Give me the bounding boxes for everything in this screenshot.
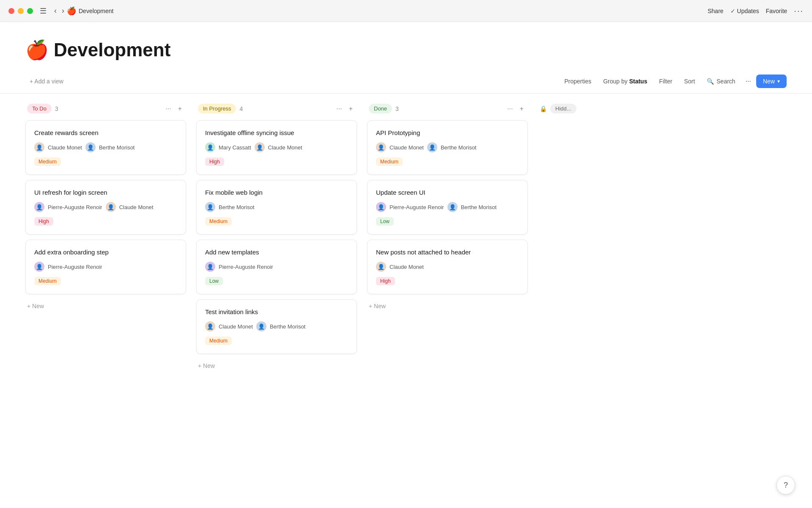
assignee-name: Pierre-Auguste Renoir — [390, 204, 444, 210]
column-more-button[interactable]: ··· — [334, 104, 344, 113]
assignee-name: Claude Monet — [48, 144, 82, 151]
add-new-card-button[interactable]: + New — [196, 359, 217, 373]
avatar: 👤 — [106, 202, 116, 212]
card-title: Add new templates — [205, 248, 348, 256]
check-icon: ✓ — [730, 8, 735, 14]
assignee-name: Berthe Morisot — [461, 204, 497, 210]
task-card[interactable]: New posts not attached to header👤Claude … — [367, 240, 528, 294]
task-card[interactable]: Investigate offline syncing issue👤Mary C… — [196, 120, 357, 175]
assignee-name: Claude Monet — [119, 204, 154, 210]
status-badge[interactable]: In Progress — [198, 104, 236, 113]
assignee-name: Berthe Morisot — [441, 144, 477, 151]
column-header-done: Done3···+ — [367, 104, 528, 113]
page-header: 🍎 Development — [0, 22, 812, 69]
share-button[interactable]: Share — [708, 8, 723, 14]
filter-button[interactable]: Filter — [654, 75, 677, 87]
column-more-button[interactable]: ··· — [163, 104, 173, 113]
column-header-hidden: 🔒Hidd... — [538, 104, 699, 113]
card-assignees: 👤Pierre-Auguste Renoir — [34, 262, 177, 272]
fullscreen-button[interactable] — [27, 8, 33, 14]
favorite-button[interactable]: Favorite — [766, 8, 787, 14]
task-card[interactable]: Create rewards screen👤Claude Monet👤Berth… — [25, 120, 186, 175]
page-icon-small: 🍎 — [67, 6, 76, 16]
column-count: 3 — [395, 105, 399, 112]
card-title: Investigate offline syncing issue — [205, 129, 348, 136]
avatar: 👤 — [205, 202, 215, 212]
priority-badge: High — [376, 277, 395, 285]
add-view-button[interactable]: + Add a view — [25, 75, 68, 87]
search-button[interactable]: 🔍 Search — [702, 75, 740, 87]
card-title: Fix mobile web login — [205, 189, 348, 196]
status-badge[interactable]: Done — [369, 104, 392, 113]
card-title: UI refresh for login screen — [34, 189, 177, 196]
card-title: API Prototyping — [376, 129, 519, 136]
assignee-name: Pierre-Auguste Renoir — [219, 264, 273, 270]
task-card[interactable]: API Prototyping👤Claude Monet👤Berthe Mori… — [367, 120, 528, 175]
assignee-name: Berthe Morisot — [99, 144, 135, 151]
status-badge[interactable]: To Do — [27, 104, 52, 113]
avatar: 👤 — [34, 202, 44, 212]
card-assignees: 👤Berthe Morisot — [205, 202, 348, 212]
task-card[interactable]: Add extra onboarding step👤Pierre-Auguste… — [25, 240, 186, 294]
priority-badge: Medium — [205, 217, 232, 226]
priority-badge: Low — [376, 217, 394, 226]
avatar: 👤 — [34, 262, 44, 272]
card-assignees: 👤Mary Cassatt👤Claude Monet — [205, 142, 348, 152]
priority-badge: Medium — [34, 157, 61, 166]
assignee-name: Pierre-Auguste Renoir — [48, 204, 102, 210]
caret-down-icon: ▾ — [777, 78, 780, 84]
column-done: Done3···+API Prototyping👤Claude Monet👤Be… — [367, 104, 528, 313]
priority-badge: Medium — [376, 157, 403, 166]
task-card[interactable]: Add new templates👤Pierre-Auguste RenoirL… — [196, 240, 357, 294]
group-by-button[interactable]: Group by Status — [598, 75, 652, 87]
add-new-card-button[interactable]: + New — [367, 299, 387, 313]
task-card[interactable]: Fix mobile web login👤Berthe MorisotMediu… — [196, 180, 357, 235]
assignee-name: Pierre-Auguste Renoir — [48, 264, 102, 270]
task-card[interactable]: Test invitation links👤Claude Monet👤Berth… — [196, 299, 357, 354]
sidebar-icon[interactable]: ☰ — [40, 6, 47, 16]
updates-button[interactable]: ✓ Updates — [730, 8, 759, 14]
card-assignees: 👤Pierre-Auguste Renoir👤Claude Monet — [34, 202, 177, 212]
priority-badge: Medium — [205, 337, 232, 345]
back-button[interactable]: ‹ — [52, 5, 59, 17]
column-actions: ···+ — [505, 104, 526, 113]
sort-button[interactable]: Sort — [679, 75, 700, 87]
column-header-todo: To Do3···+ — [25, 104, 186, 113]
page-title: Development — [54, 39, 170, 61]
more-actions-button[interactable]: ··· — [742, 75, 754, 88]
task-card[interactable]: UI refresh for login screen👤Pierre-Augus… — [25, 180, 186, 235]
card-assignees: 👤Claude Monet👤Berthe Morisot — [376, 142, 519, 152]
avatar: 👤 — [256, 321, 266, 331]
avatar: 👤 — [255, 142, 265, 152]
column-count: 4 — [239, 105, 243, 112]
column-add-button[interactable]: + — [176, 104, 184, 113]
card-assignees: 👤Claude Monet👤Berthe Morisot — [205, 321, 348, 331]
avatar: 👤 — [205, 142, 215, 152]
hidden-column-label: Hidd... — [550, 104, 576, 113]
minimize-button[interactable] — [18, 8, 24, 14]
card-assignees: 👤Claude Monet👤Berthe Morisot — [34, 142, 177, 152]
avatar: 👤 — [447, 202, 458, 212]
task-card[interactable]: Update screen UI👤Pierre-Auguste Renoir👤B… — [367, 180, 528, 235]
add-new-card-button[interactable]: + New — [25, 299, 46, 313]
new-button[interactable]: New ▾ — [756, 75, 787, 88]
properties-button[interactable]: Properties — [559, 75, 596, 87]
assignee-name: Claude Monet — [390, 144, 424, 151]
column-more-button[interactable]: ··· — [505, 104, 515, 113]
board: To Do3···+Create rewards screen👤Claude M… — [0, 94, 812, 383]
avatar: 👤 — [205, 262, 215, 272]
title-bar-right: Share ✓ Updates Favorite ··· — [708, 6, 804, 16]
lock-icon: 🔒 — [540, 105, 547, 112]
forward-button[interactable]: › — [59, 5, 67, 17]
column-add-button[interactable]: + — [517, 104, 526, 113]
traffic-lights — [8, 8, 33, 14]
more-options-button[interactable]: ··· — [794, 6, 804, 16]
card-title: Update screen UI — [376, 189, 519, 196]
avatar: 👤 — [376, 142, 386, 152]
close-button[interactable] — [8, 8, 14, 14]
column-todo: To Do3···+Create rewards screen👤Claude M… — [25, 104, 186, 313]
avatar: 👤 — [205, 321, 215, 331]
help-button[interactable]: ? — [776, 476, 795, 494]
column-add-button[interactable]: + — [346, 104, 355, 113]
column-actions: ···+ — [163, 104, 184, 113]
